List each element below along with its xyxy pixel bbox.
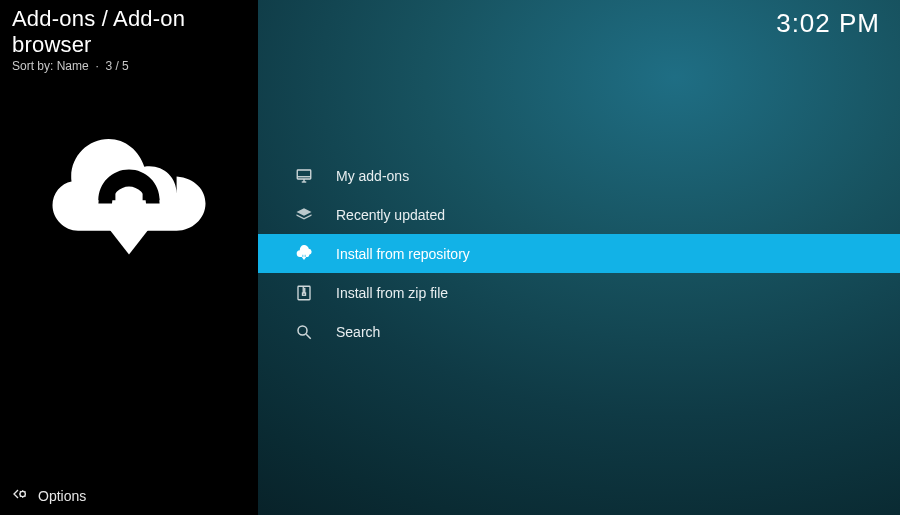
cloud-download-icon (44, 261, 214, 278)
main-panel: 3:02 PM My add-ons Recently updated (258, 0, 900, 515)
cloud-download-icon (294, 244, 314, 264)
menu-item-install-from-zip[interactable]: Install from zip file (258, 273, 900, 312)
menu-item-label: Install from repository (336, 246, 470, 262)
menu-item-label: My add-ons (336, 168, 409, 184)
sidebar: Add-ons / Add-on browser Sort by: Name ·… (0, 0, 258, 515)
menu-item-my-addons[interactable]: My add-ons (258, 156, 900, 195)
options-icon (12, 486, 28, 505)
menu-item-label: Install from zip file (336, 285, 448, 301)
svg-marker-1 (105, 224, 153, 255)
svg-point-11 (298, 326, 307, 335)
options-label: Options (38, 488, 86, 504)
menu-item-install-from-repository[interactable]: Install from repository (258, 234, 900, 273)
clock: 3:02 PM (776, 8, 880, 39)
options-button[interactable]: Options (12, 486, 86, 505)
svg-rect-10 (303, 293, 306, 295)
sort-value: Name (57, 59, 89, 73)
breadcrumb: Add-ons / Add-on browser (0, 0, 258, 58)
box-open-icon (294, 205, 314, 225)
monitor-icon (294, 166, 314, 186)
menu-item-label: Search (336, 324, 380, 340)
sort-status: Sort by: Name · 3 / 5 (0, 58, 258, 73)
svg-line-12 (306, 334, 311, 339)
menu-item-recently-updated[interactable]: Recently updated (258, 195, 900, 234)
svg-point-2 (20, 491, 25, 496)
zip-file-icon (294, 283, 314, 303)
sort-label: Sort by: (12, 59, 53, 73)
search-icon (294, 322, 314, 342)
category-hero (0, 105, 258, 279)
menu-list: My add-ons Recently updated Install from… (258, 156, 900, 351)
list-position: 3 / 5 (105, 59, 128, 73)
menu-item-search[interactable]: Search (258, 312, 900, 351)
menu-item-label: Recently updated (336, 207, 445, 223)
svg-rect-3 (297, 170, 311, 179)
